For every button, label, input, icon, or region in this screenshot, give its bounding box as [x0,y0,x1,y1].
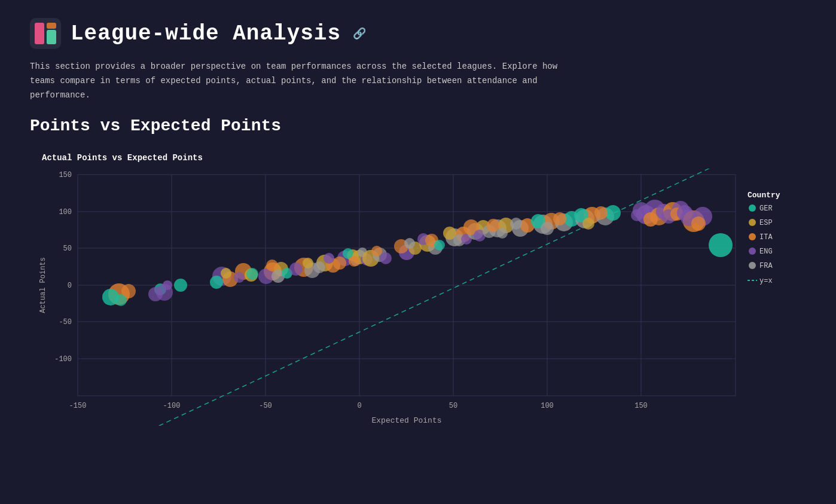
svg-point-43 [174,279,187,292]
svg-text:y=x: y=x [759,277,773,285]
svg-point-78 [371,246,382,256]
svg-point-111 [553,212,566,225]
logo-icon [30,18,61,49]
svg-point-87 [434,240,445,251]
chart-container: Actual Points vs Expected Points [30,147,806,432]
svg-text:FRA: FRA [759,262,773,270]
svg-point-140 [749,219,756,226]
page-description: This section provides a broader perspect… [30,60,795,102]
svg-text:50: 50 [449,402,457,410]
svg-text:ITA: ITA [759,233,773,242]
svg-point-125 [631,209,643,221]
svg-text:ESP: ESP [759,219,773,227]
svg-text:-100: -100 [163,402,181,410]
section-title: Points vs Expected Points [30,117,806,135]
svg-point-115 [582,218,594,230]
svg-point-138 [749,204,756,212]
svg-point-68 [333,256,346,270]
svg-point-64 [313,261,325,273]
svg-point-50 [234,272,245,283]
svg-text:Expected Points: Expected Points [371,416,441,425]
svg-point-38 [115,294,127,306]
svg-point-60 [289,262,303,276]
page-header: League-wide Analysis 🔗 [30,18,806,49]
svg-point-47 [221,268,231,279]
svg-point-46 [210,276,223,289]
svg-rect-0 [35,23,44,44]
svg-point-134 [691,216,706,231]
chart-area: 150 100 50 0 -50 -100 -150 -100 -50 0 50… [36,169,801,426]
svg-point-135 [709,233,733,257]
svg-point-82 [404,238,415,249]
svg-text:ENG: ENG [759,248,773,256]
svg-point-146 [749,262,756,269]
svg-text:-50: -50 [259,402,272,410]
svg-point-65 [324,253,334,264]
svg-text:0: 0 [357,402,361,410]
svg-text:100: 100 [541,402,554,410]
svg-text:150: 150 [634,402,648,410]
svg-text:-100: -100 [54,355,72,364]
page-title: League-wide Analysis [71,22,341,46]
svg-text:100: 100 [59,208,72,216]
svg-point-144 [749,248,756,255]
svg-point-108 [541,222,554,235]
chart-title: Actual Points vs Expected Points [36,153,800,163]
svg-text:Actual Points: Actual Points [39,258,47,314]
svg-point-101 [497,228,508,239]
svg-point-61 [303,258,313,268]
svg-point-100 [487,219,500,232]
chart-svg: 150 100 50 0 -50 -100 -150 -100 -50 0 50… [36,169,801,426]
svg-text:-150: -150 [69,402,87,410]
svg-text:Country: Country [747,191,780,200]
svg-text:GER: GER [759,204,773,213]
svg-point-118 [594,206,608,219]
svg-text:0: 0 [68,282,72,290]
svg-text:-50: -50 [59,318,72,326]
svg-rect-1 [47,30,56,44]
svg-point-42 [156,284,173,301]
svg-point-104 [510,218,522,230]
svg-point-51 [246,268,258,280]
svg-point-57 [266,259,278,271]
svg-point-77 [380,252,392,264]
svg-text:50: 50 [63,245,72,253]
svg-point-142 [749,233,756,240]
svg-point-73 [349,256,359,267]
svg-text:150: 150 [59,171,72,179]
svg-rect-2 [47,23,56,29]
link-icon[interactable]: 🔗 [353,27,366,40]
